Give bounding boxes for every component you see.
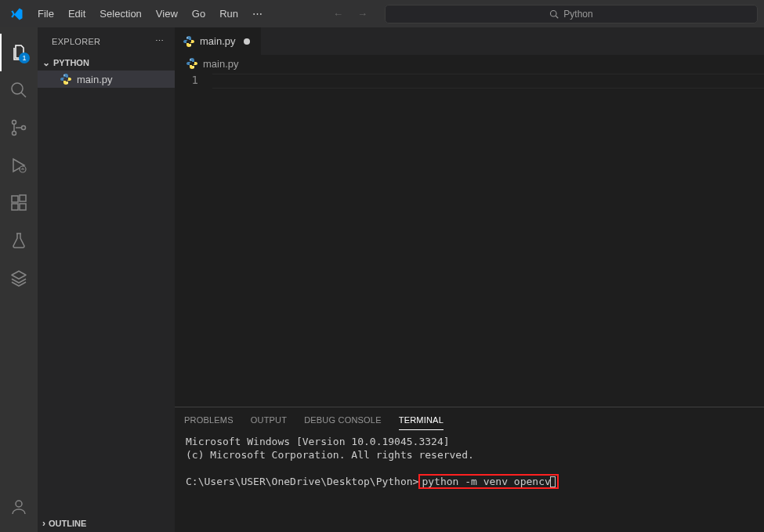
search-placeholder: Python: [563, 9, 592, 20]
activity-source-control[interactable]: [0, 109, 38, 147]
beaker-icon: [9, 231, 28, 250]
menu-run[interactable]: Run: [213, 5, 244, 23]
debug-icon: [9, 156, 28, 175]
panel-tab-output[interactable]: OUTPUT: [251, 411, 287, 429]
folder-name: PYTHON: [53, 58, 89, 67]
svg-line-3: [21, 92, 26, 97]
svg-point-15: [186, 37, 187, 38]
explorer-badge: 1: [19, 52, 30, 63]
chevron-down-icon: ⌄: [42, 57, 50, 68]
sidebar-header: EXPLORER ⋯: [38, 27, 175, 55]
sidebar-folder[interactable]: ⌄ PYTHON: [38, 55, 175, 71]
titlebar: File Edit Selection View Go Run ⋯ ← → Py…: [0, 0, 764, 27]
sidebar-outline[interactable]: › OUTLINE: [38, 515, 175, 532]
svg-point-13: [63, 74, 64, 75]
menu-file[interactable]: File: [31, 5, 60, 23]
svg-point-12: [16, 501, 22, 507]
activity-accounts[interactable]: [0, 488, 38, 526]
python-file-icon: [186, 57, 198, 70]
editor-area: main.py main.py 1 PROBLEMS OUTPUT DEBUG …: [175, 27, 764, 532]
panel-tab-terminal[interactable]: TERMINAL: [399, 411, 444, 430]
panel-tab-problems[interactable]: PROBLEMS: [184, 411, 234, 429]
activitybar: 1: [0, 27, 38, 297]
editor-tab[interactable]: main.py: [175, 27, 261, 55]
terminal-prompt-line: C:\Users\USER\OneDrive\Desktop\Python>py…: [186, 476, 753, 489]
tab-dirty-indicator[interactable]: [241, 35, 253, 48]
terminal-cursor: [550, 476, 556, 487]
code-area[interactable]: [212, 72, 764, 407]
python-file-icon: [60, 73, 72, 85]
nav-forward-icon[interactable]: →: [357, 8, 368, 20]
svg-point-14: [67, 82, 67, 83]
terminal[interactable]: Microsoft Windows [Version 10.0.19045.33…: [175, 432, 764, 532]
file-name: main.py: [77, 74, 113, 85]
extensions-icon: [9, 194, 28, 212]
editor-content[interactable]: 1: [175, 72, 764, 407]
activity-other[interactable]: [0, 259, 38, 297]
vscode-logo-icon: [9, 7, 24, 21]
gutter: 1: [175, 72, 212, 407]
outline-label: OUTLINE: [49, 519, 86, 528]
search-icon: [549, 9, 559, 19]
file-tree-item[interactable]: main.py: [38, 71, 175, 88]
svg-point-2: [12, 83, 23, 94]
sidebar-title: EXPLORER: [52, 37, 100, 46]
menu-edit[interactable]: Edit: [62, 5, 92, 23]
menu-go[interactable]: Go: [186, 5, 212, 23]
layers-icon: [9, 269, 28, 288]
activity-testing[interactable]: [0, 222, 38, 259]
terminal-line: (c) Microsoft Corporation. All rights re…: [186, 449, 753, 462]
bottom-panel: PROBLEMS OUTPUT DEBUG CONSOLE TERMINAL M…: [175, 407, 764, 532]
menu-selection[interactable]: Selection: [93, 5, 147, 23]
svg-point-0: [551, 10, 557, 16]
svg-point-4: [13, 121, 16, 125]
terminal-line: Microsoft Windows [Version 10.0.19045.33…: [186, 436, 753, 449]
svg-rect-9: [12, 204, 18, 210]
python-file-icon: [183, 35, 195, 48]
breadcrumbs[interactable]: main.py: [175, 55, 764, 72]
panel-tabs: PROBLEMS OUTPUT DEBUG CONSOLE TERMINAL: [175, 407, 764, 432]
menu-overflow-icon[interactable]: ⋯: [246, 5, 269, 23]
svg-line-1: [556, 16, 559, 18]
command-center-search[interactable]: Python: [385, 5, 758, 24]
sidebar: EXPLORER ⋯ ⌄ PYTHON main.py › OUTLINE: [38, 27, 175, 532]
menu-view[interactable]: View: [150, 5, 184, 23]
breadcrumb-label: main.py: [203, 58, 239, 70]
source-control-icon: [9, 118, 28, 137]
account-icon: [9, 498, 28, 516]
terminal-prompt: C:\Users\USER\OneDrive\Desktop\Python>: [186, 476, 418, 487]
nav-back-icon[interactable]: ←: [333, 8, 343, 20]
activity-explorer[interactable]: 1: [0, 34, 38, 71]
editor-tabs: main.py: [175, 27, 764, 55]
activity-search[interactable]: [0, 71, 38, 109]
activity-run-debug[interactable]: [0, 147, 38, 184]
line-number: 1: [175, 74, 198, 86]
chevron-right-icon: ›: [42, 518, 45, 529]
svg-point-5: [13, 132, 16, 136]
svg-point-18: [193, 67, 194, 67]
main-area: 1: [0, 27, 764, 532]
svg-point-6: [22, 126, 26, 130]
tab-label: main.py: [200, 35, 236, 47]
activity-extensions[interactable]: [0, 184, 38, 222]
highlighted-command: python -m venv opencv: [418, 474, 558, 489]
current-line-highlight: [212, 74, 764, 89]
panel-tab-debug-console[interactable]: DEBUG CONSOLE: [304, 411, 382, 429]
svg-rect-11: [20, 195, 26, 201]
terminal-command: python -m venv opencv: [422, 476, 550, 487]
sidebar-more-icon[interactable]: ⋯: [155, 36, 164, 46]
svg-point-16: [190, 45, 190, 45]
search-icon: [9, 81, 28, 100]
svg-rect-10: [20, 204, 26, 210]
svg-rect-8: [12, 196, 18, 202]
svg-point-17: [190, 59, 190, 60]
